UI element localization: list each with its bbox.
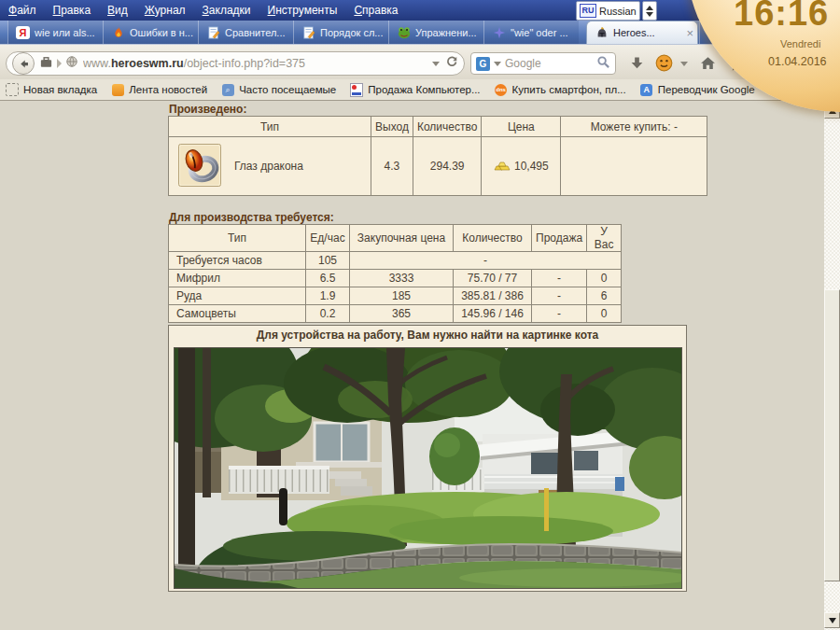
col-can-buy: Можете купить: - xyxy=(561,117,707,137)
tab-oshibki[interactable]: Ошибки в н... xyxy=(103,21,198,44)
url-text[interactable]: www.heroeswm.ru/object-info.php?id=375 xyxy=(83,57,305,70)
flame-icon xyxy=(111,25,125,39)
scroll-down-button[interactable] xyxy=(824,612,840,628)
captcha-title: Для устройства на работу, Вам нужно найт… xyxy=(169,326,686,344)
vertical-scrollbar[interactable] xyxy=(824,101,840,630)
briefcase-icon[interactable] xyxy=(39,55,53,73)
frequent-pages-icon: ⌕ xyxy=(222,84,234,96)
bookmark-new-tab[interactable]: Новая вкладка xyxy=(6,83,97,96)
menu-history[interactable]: Журнал xyxy=(136,0,194,21)
gold-icon xyxy=(494,159,511,174)
bookmark-shop[interactable]: Продажа Компьютер... xyxy=(350,83,480,96)
produced-table: Тип Выход Количество Цена Можете купить:… xyxy=(168,116,707,196)
bookmark-google-translate[interactable]: AПереводчик Google xyxy=(640,83,755,96)
bookmark-dns[interactable]: dnsКупить смартфон, пл... xyxy=(495,83,626,96)
google-translate-icon: A xyxy=(640,84,652,96)
col-purchase-price: Закупочная цена xyxy=(350,225,454,252)
tab-heroes-active[interactable]: Heroes... × xyxy=(586,21,698,44)
globe-icon xyxy=(65,55,78,72)
tab-wie-ili-als[interactable]: Я wie или als... xyxy=(7,21,103,44)
required-title: Для производства требуется: xyxy=(169,211,334,224)
home-icon[interactable] xyxy=(700,55,716,75)
col-price: Цена xyxy=(482,117,561,137)
helmet-icon xyxy=(595,26,609,40)
rss-icon xyxy=(112,84,124,96)
language-indicator[interactable]: RU Russian xyxy=(576,1,640,21)
tab-uprazhneni[interactable]: Упражнени... xyxy=(388,21,483,44)
col-quantity: Количество xyxy=(413,117,481,137)
spinner-down-icon xyxy=(646,12,653,17)
col-sale: Продажа xyxy=(532,225,587,252)
download-icon[interactable] xyxy=(629,56,645,76)
back-button[interactable] xyxy=(12,52,35,75)
col-yield: Выход xyxy=(371,117,413,137)
col-type: Тип xyxy=(169,225,306,252)
tab-poryadok[interactable]: Порядок сл... xyxy=(293,21,388,44)
captcha-box: Для устройства на работу, Вам нужно найт… xyxy=(168,325,687,592)
menu-view[interactable]: Вид xyxy=(99,0,136,21)
tab-label: Ошибки в н... xyxy=(130,27,193,38)
bookmark-frequent[interactable]: ⌕Часто посещаемые xyxy=(221,83,336,96)
col-type: Тип xyxy=(169,117,371,137)
bookmark-news-feed[interactable]: Лента новостей xyxy=(111,83,207,96)
smiley-dropdown-icon[interactable] xyxy=(680,62,688,66)
required-table: Тип Ед/час Закупочная цена Количество Пр… xyxy=(168,224,622,323)
frog-icon xyxy=(397,25,411,39)
tab-label: Упражнени... xyxy=(415,27,477,38)
col-per-hour: Ед/час xyxy=(306,225,350,252)
produced-row: Глаз дракона 4.3 294.39 10,495 xyxy=(169,137,707,196)
produced-header-row: Тип Выход Количество Цена Можете купить:… xyxy=(169,117,707,137)
menu-bookmarks[interactable]: Закладки xyxy=(194,0,259,21)
search-icon[interactable] xyxy=(596,55,610,73)
spinner-up-icon xyxy=(646,6,653,10)
menu-file[interactable]: Файл xyxy=(0,0,45,21)
menu-help[interactable]: Справка xyxy=(345,0,406,21)
scrollbar-thumb[interactable] xyxy=(824,289,840,581)
yandex-icon: Я xyxy=(16,26,30,39)
required-hours-row: Требуется часов 105 - xyxy=(169,252,622,270)
produced-item-name: Глаз дракона xyxy=(234,160,303,173)
tab-label: Порядок сл... xyxy=(320,27,383,38)
search-engine-dropdown-icon[interactable] xyxy=(494,62,501,66)
tab-close-icon[interactable]: × xyxy=(686,27,693,39)
tab-label: "wie" oder ... xyxy=(511,27,568,38)
bookmarks-bar: Новая вкладка Лента новостей ⌕Часто посе… xyxy=(0,79,840,101)
tab-wie-oder[interactable]: "wie" oder ... xyxy=(483,21,579,44)
dragon-eye-ring-icon xyxy=(178,144,221,189)
col-you-have: У Вас xyxy=(587,225,622,252)
produced-can-buy xyxy=(561,137,707,196)
produced-title: Произведено: xyxy=(169,103,246,116)
doc-icon xyxy=(301,25,315,39)
new-tab-icon xyxy=(6,83,19,96)
required-header-row: Тип Ед/час Закупочная цена Количество Пр… xyxy=(169,225,622,252)
url-bar[interactable]: www.heroeswm.ru/object-info.php?id=375 xyxy=(6,51,465,76)
clock-date: 01.04.2016 xyxy=(768,55,827,68)
url-dropdown-icon[interactable] xyxy=(432,62,440,66)
clock-time: 16:16 xyxy=(734,0,829,34)
menu-tools[interactable]: Инструменты xyxy=(259,0,346,21)
smiley-icon[interactable] xyxy=(655,54,673,76)
search-placeholder: Google xyxy=(505,57,541,70)
sparkle-icon xyxy=(492,25,506,39)
language-flag-icon: RU xyxy=(580,4,596,18)
required-row-gems: Самоцветы 0.2 365 145.96 / 146 - 0 xyxy=(169,305,622,323)
reload-icon[interactable] xyxy=(445,55,458,72)
scroll-down-icon xyxy=(829,618,836,623)
navigation-toolbar: www.heroeswm.ru/object-info.php?id=375 G… xyxy=(0,44,840,80)
search-box[interactable]: G Google xyxy=(470,52,616,75)
col-quantity: Количество xyxy=(454,225,532,252)
menu-edit[interactable]: Правка xyxy=(45,0,100,21)
dns-icon: dns xyxy=(495,84,507,96)
tab-label: wie или als... xyxy=(35,27,95,38)
required-row-ore: Руда 1.9 185 385.81 / 386 - 6 xyxy=(169,287,622,305)
language-label: Russian xyxy=(599,6,637,17)
chevron-right-icon xyxy=(57,59,62,68)
language-switcher-spinner[interactable] xyxy=(642,1,657,21)
produced-yield: 4.3 xyxy=(371,137,413,196)
produced-price: 10,495 xyxy=(514,160,549,173)
shop-icon xyxy=(350,83,363,97)
tab-sravnitel[interactable]: Сравнител... xyxy=(198,21,293,44)
captcha-photo[interactable] xyxy=(174,347,682,589)
search-engine-icon[interactable]: G xyxy=(476,57,490,71)
tab-label: Heroes... xyxy=(613,27,655,38)
